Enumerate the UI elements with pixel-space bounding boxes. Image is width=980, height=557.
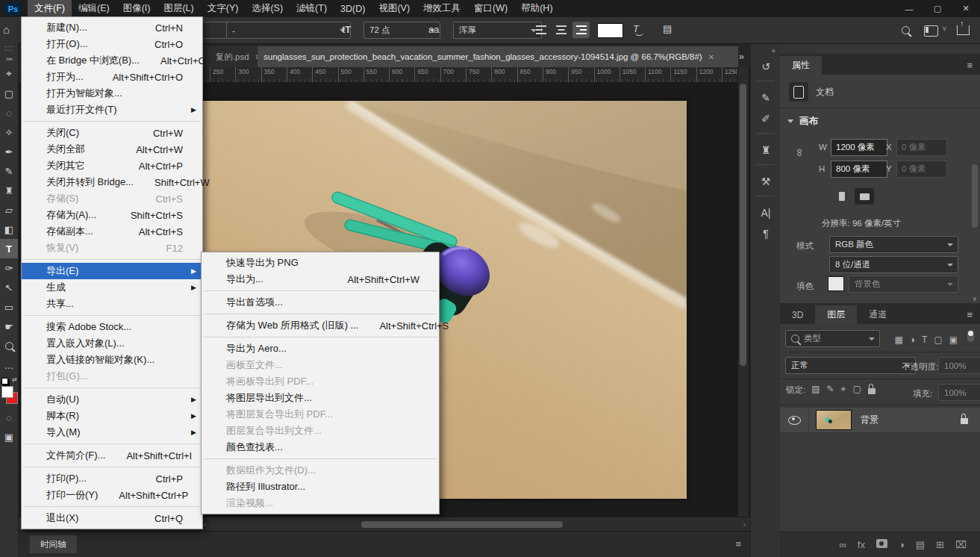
- share-icon[interactable]: [957, 21, 970, 37]
- menu-item[interactable]: 打开为智能对象...: [22, 85, 202, 102]
- menu-bar-item[interactable]: 增效工具: [416, 0, 467, 17]
- layer-name[interactable]: 背景: [861, 414, 878, 426]
- document-tab-active[interactable]: sunglasses_sun_protection_beach_vacation…: [258, 46, 738, 67]
- menu-bar-item[interactable]: 3D(D): [334, 0, 372, 17]
- brushes-panel-icon[interactable]: ✐: [753, 108, 778, 129]
- menu-item[interactable]: 将画板导出到 PDF...: [202, 373, 439, 390]
- lock-transparency-icon[interactable]: ▨: [811, 384, 820, 396]
- layer-fill-dropdown[interactable]: 100%: [938, 384, 980, 401]
- menu-item[interactable]: 文件简介(F)...Alt+Shift+Ctrl+I: [22, 447, 202, 464]
- scroll-left-icon[interactable]: ‹: [204, 520, 206, 529]
- filter-pixel-layers-icon[interactable]: ▦: [894, 334, 902, 345]
- menu-bar-item[interactable]: 窗口(W): [467, 0, 514, 17]
- eyedropper-tool-icon[interactable]: ✒: [0, 142, 18, 161]
- brush-tool-icon[interactable]: ✎: [0, 161, 18, 181]
- close-button[interactable]: ✕: [952, 0, 980, 17]
- pen-tool-icon[interactable]: ✑: [0, 258, 18, 278]
- menu-item[interactable]: 导出首选项...: [202, 294, 439, 311]
- layer-row-background[interactable]: 背景: [780, 408, 980, 432]
- layer-style-icon[interactable]: fx: [858, 539, 865, 550]
- filter-shape-layers-icon[interactable]: ▢: [934, 334, 942, 345]
- maximize-button[interactable]: ▢: [923, 0, 952, 17]
- landscape-orientation-button[interactable]: [855, 188, 874, 205]
- gradient-tool-icon[interactable]: ◧: [0, 220, 18, 239]
- workspace-chevron-icon[interactable]: ∨: [942, 25, 947, 32]
- menu-item[interactable]: 数据组作为文件(D)...: [202, 462, 439, 479]
- text-tool-icon[interactable]: T: [0, 239, 18, 258]
- lock-all-icon[interactable]: [868, 384, 876, 396]
- menu-item[interactable]: 打开(O)...Ctrl+O: [22, 36, 202, 52]
- filter-type-layers-icon[interactable]: T: [922, 334, 927, 345]
- tools-panel-icon[interactable]: ⚒: [753, 171, 778, 192]
- properties-scrollbar-thumb[interactable]: [972, 164, 978, 228]
- home-icon[interactable]: ⌂: [3, 23, 10, 36]
- horizontal-scrollbar-thumb[interactable]: [361, 521, 563, 528]
- layer-thumbnail[interactable]: [816, 410, 852, 430]
- scroll-down-icon[interactable]: ∨: [972, 295, 977, 302]
- anti-alias-dropdown[interactable]: 浑厚: [453, 22, 542, 39]
- menu-bar-item[interactable]: 文字(Y): [201, 0, 246, 17]
- hand-tool-icon[interactable]: ☛: [0, 317, 18, 336]
- layer-mask-icon[interactable]: [876, 539, 887, 550]
- quick-selection-tool-icon[interactable]: ✧: [0, 122, 18, 142]
- menu-item[interactable]: 关闭并转到 Bridge...Shift+Ctrl+W: [22, 174, 202, 190]
- menu-bar-item[interactable]: 编辑(E): [72, 0, 116, 17]
- menu-item[interactable]: 恢复(V)F12: [22, 240, 202, 256]
- warp-text-icon[interactable]: T͜: [633, 23, 639, 34]
- x-input[interactable]: 0 像素: [896, 139, 947, 156]
- align-right-button[interactable]: [572, 22, 590, 38]
- quick-mask-icon[interactable]: ◌: [0, 408, 18, 427]
- zoom-tool-icon[interactable]: [0, 336, 18, 355]
- y-input[interactable]: 0 像素: [896, 161, 947, 178]
- menu-item[interactable]: 脚本(R)▶: [22, 408, 202, 424]
- menu-item[interactable]: 路径到 Illustrator...: [202, 479, 439, 495]
- menu-item[interactable]: 导出为 Aero...: [202, 340, 439, 357]
- constrain-link-icon[interactable]: ∞: [794, 149, 806, 156]
- font-style-dropdown[interactable]: -: [226, 22, 351, 39]
- menu-bar-item[interactable]: 图层(L): [157, 0, 200, 17]
- horizontal-scrollbar[interactable]: ‹ ›: [201, 517, 750, 532]
- menu-item[interactable]: 搜索 Adobe Stock...: [22, 319, 202, 335]
- layers-panel-menu-icon[interactable]: ≡: [967, 309, 973, 320]
- bit-depth-dropdown[interactable]: 8 位/通道: [829, 256, 958, 273]
- menu-item[interactable]: 在 Bridge 中浏览(B)...Alt+Ctrl+O: [22, 52, 202, 69]
- layer-group-icon[interactable]: ▤: [916, 539, 925, 550]
- menu-item[interactable]: 将图层复合导出到 PDF...: [202, 406, 439, 423]
- timeline-menu-icon[interactable]: ≡: [735, 538, 741, 550]
- text-color-swatch[interactable]: [597, 23, 623, 38]
- shape-tool-icon[interactable]: ▭: [0, 297, 18, 317]
- menu-item[interactable]: 打开为...Alt+Shift+Ctrl+O: [22, 69, 202, 85]
- link-layers-icon[interactable]: ∞: [840, 539, 846, 550]
- menu-item[interactable]: 导出(E)▶: [22, 263, 202, 279]
- minimize-button[interactable]: —: [895, 0, 923, 17]
- lock-paint-icon[interactable]: ✎: [827, 384, 834, 396]
- width-input[interactable]: 1200 像素: [831, 139, 887, 156]
- menu-item[interactable]: 新建(N)...Ctrl+N: [22, 19, 202, 36]
- align-center-button[interactable]: [552, 22, 569, 38]
- foreground-color-swatch[interactable]: [1, 386, 13, 398]
- default-colors-icon[interactable]: [1, 378, 8, 385]
- menu-item[interactable]: 导出为...Alt+Shift+Ctrl+W: [202, 271, 439, 287]
- dock-collapse-icon[interactable]: «: [772, 47, 775, 55]
- menu-item[interactable]: 导入(M)▶: [22, 424, 202, 441]
- menu-item[interactable]: 置入嵌入对象(L)...: [22, 335, 202, 352]
- lasso-tool-icon[interactable]: ◌: [0, 103, 18, 122]
- fill-type-dropdown[interactable]: 背景色: [849, 276, 958, 293]
- edit-toolbar-icon[interactable]: …: [0, 355, 18, 375]
- portrait-orientation-button[interactable]: [832, 188, 852, 205]
- menu-bar-item[interactable]: 帮助(H): [514, 0, 559, 17]
- color-mode-dropdown[interactable]: RGB 颜色: [829, 236, 958, 253]
- menu-item[interactable]: 生成▶: [22, 279, 202, 296]
- menu-bar-item[interactable]: 滤镜(T): [290, 0, 334, 17]
- menu-item[interactable]: 存储(S)Ctrl+S: [22, 190, 202, 207]
- toolbar-drag-handle[interactable]: [4, 46, 13, 51]
- menu-item[interactable]: 共享...: [22, 296, 202, 312]
- properties-scrollbar[interactable]: [972, 119, 978, 291]
- menu-item[interactable]: 打包(G)...: [22, 368, 202, 385]
- filter-toggle-pill[interactable]: [967, 330, 974, 342]
- vertical-scrollbar[interactable]: [737, 67, 749, 517]
- path-select-tool-icon[interactable]: ↖: [0, 278, 18, 297]
- menu-item[interactable]: 自动(U)▶: [22, 391, 202, 408]
- canvas-section-header[interactable]: 画布: [787, 115, 818, 128]
- opacity-dropdown[interactable]: 100%: [938, 357, 980, 374]
